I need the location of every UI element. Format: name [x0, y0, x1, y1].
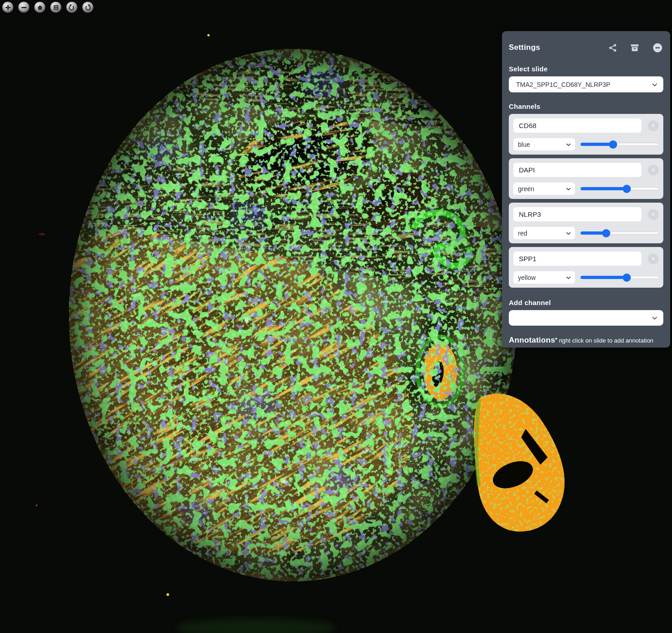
panel-actions — [608, 42, 663, 54]
channel-controls-row: green — [513, 182, 659, 195]
slider-thumb[interactable] — [623, 185, 631, 193]
channel-color-select[interactable]: blue — [513, 138, 575, 150]
slider-track — [581, 276, 659, 279]
close-icon: × — [651, 256, 655, 262]
zoom-in-icon — [5, 4, 11, 11]
channel-card-spp1: × yellow — [509, 247, 663, 288]
slider-track — [581, 187, 659, 190]
slide-viewer[interactable]: Settings — [0, 0, 672, 633]
slider-thumb[interactable] — [609, 140, 617, 149]
channel-name-input[interactable] — [513, 118, 641, 133]
channel-controls-row: yellow — [513, 271, 659, 284]
slider-fill — [581, 187, 627, 190]
channel-card-cd68: × blue — [509, 114, 663, 155]
full-page-button[interactable] — [50, 1, 62, 13]
zoom-out-icon — [21, 4, 27, 11]
slide-select-wrap: TMA2_SPP1C_CD68Y_NLRP3P — [509, 76, 663, 92]
channel-intensity-slider[interactable] — [581, 274, 659, 282]
archive-button[interactable] — [630, 43, 640, 53]
panel-header: Settings — [509, 43, 663, 52]
rotate-left-icon — [68, 4, 75, 11]
slide-select[interactable]: TMA2_SPP1C_CD68Y_NLRP3P — [509, 76, 663, 92]
add-channel-label: Add channel — [509, 299, 663, 306]
remove-channel-button[interactable]: × — [648, 120, 659, 131]
archive-icon — [630, 43, 640, 53]
channel-intensity-slider[interactable] — [581, 185, 659, 193]
zoom-in-button[interactable] — [2, 1, 14, 13]
remove-channel-button[interactable]: × — [648, 253, 659, 264]
close-icon: × — [651, 167, 655, 173]
slider-fill — [581, 143, 613, 146]
color-select-wrap: blue — [513, 138, 575, 150]
close-icon: × — [651, 123, 655, 129]
channel-intensity-slider[interactable] — [581, 229, 659, 237]
annotations-line: Annotations* right click on slide to add… — [509, 336, 663, 345]
minimize-button[interactable] — [652, 42, 663, 54]
select-slide-label: Select slide — [509, 65, 663, 73]
slider-track — [581, 143, 659, 146]
slider-track — [581, 231, 659, 235]
full-page-icon — [53, 4, 59, 11]
viewer-toolbar — [2, 1, 94, 13]
rotate-right-button[interactable] — [82, 1, 94, 13]
channel-card-nlrp3: × red — [509, 203, 663, 243]
channel-controls-row: red — [513, 227, 659, 239]
slider-fill — [581, 231, 606, 235]
home-button[interactable] — [34, 1, 46, 13]
channel-color-select[interactable]: yellow — [513, 271, 575, 284]
color-select-wrap: green — [513, 182, 575, 195]
remove-channel-button[interactable]: × — [648, 209, 659, 220]
annotations-label: Annotations — [509, 336, 555, 344]
minus-circle-icon — [652, 42, 663, 54]
channel-name-input[interactable] — [513, 207, 641, 221]
channel-color-select[interactable]: red — [513, 227, 575, 239]
channel-name-input[interactable] — [513, 252, 641, 266]
channel-name-row: × — [513, 163, 659, 177]
channel-name-row: × — [513, 207, 659, 221]
channel-card-dapi: × green — [509, 158, 663, 199]
panel-title: Settings — [509, 43, 540, 52]
channel-color-select[interactable]: green — [513, 182, 575, 195]
color-select-wrap: yellow — [513, 271, 575, 284]
share-icon — [608, 43, 618, 53]
zoom-out-button[interactable] — [18, 1, 30, 13]
channel-name-input[interactable] — [513, 163, 641, 177]
channel-intensity-slider[interactable] — [581, 140, 659, 149]
share-button[interactable] — [608, 43, 618, 53]
slider-thumb[interactable] — [602, 229, 610, 237]
remove-channel-button[interactable]: × — [648, 165, 659, 176]
rotate-right-icon — [84, 4, 91, 11]
color-select-wrap: red — [513, 227, 575, 239]
close-icon: × — [651, 212, 655, 217]
settings-panel: Settings — [502, 31, 670, 348]
add-channel-select-wrap — [509, 310, 663, 326]
channel-name-row: × — [513, 252, 659, 266]
add-channel-select[interactable] — [509, 310, 663, 326]
slider-fill — [581, 276, 627, 279]
home-icon — [37, 4, 43, 11]
annotations-asterisk: * — [555, 337, 557, 343]
slider-thumb[interactable] — [623, 274, 631, 282]
annotations-hint: right click on slide to add annotation — [559, 337, 654, 344]
channels-label: Channels — [509, 102, 663, 110]
channel-controls-row: blue — [513, 138, 659, 150]
rotate-left-button[interactable] — [66, 1, 78, 13]
channel-name-row: × — [513, 118, 659, 133]
